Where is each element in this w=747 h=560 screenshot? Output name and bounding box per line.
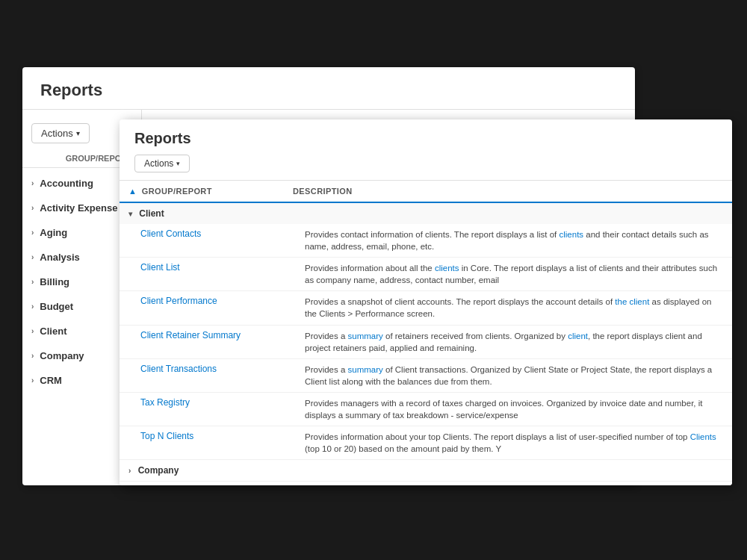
sidebar-item-label: Client (40, 326, 66, 337)
sidebar-item-label: Company (40, 350, 84, 361)
header-row: ▲ GROUP/REPORT DESCRIPTION (120, 181, 732, 202)
report-name[interactable]: Client List (120, 258, 284, 291)
report-name[interactable]: Tax Registry (120, 392, 284, 426)
table-header: ▲ GROUP/REPORT DESCRIPTION (120, 181, 732, 202)
bg-actions-button[interactable]: Actions ▾ (31, 123, 90, 143)
sidebar-item-label: Aging (40, 227, 67, 238)
report-description: Provides contact information of clients.… (284, 224, 732, 258)
group-label: Client (139, 208, 164, 219)
table-row: Client Retainer Summary Provides a summa… (120, 325, 732, 358)
chevron-icon: › (31, 376, 34, 385)
report-name[interactable]: Top N Clients (120, 426, 284, 460)
main-actions-caret-icon: ▾ (176, 160, 180, 167)
sidebar-item-label: Accounting (40, 178, 93, 189)
report-name[interactable]: Client Contacts (120, 224, 284, 258)
main-actions-button[interactable]: Actions ▾ (134, 155, 190, 172)
chevron-icon: › (31, 204, 34, 212)
bg-card-title: Reports (22, 67, 635, 110)
table-row: Client List Provides information about a… (120, 258, 732, 291)
group-row-company[interactable]: › Company (120, 460, 732, 482)
report-description: Provides a summary of Client transaction… (284, 358, 732, 392)
table-row: Client Performance Provides a snapshot o… (120, 291, 732, 325)
main-actions-label: Actions (144, 158, 173, 169)
report-name[interactable]: Client Performance (120, 291, 284, 325)
table-row: Top N Clients Provides information about… (120, 426, 732, 460)
reports-table: ▲ GROUP/REPORT DESCRIPTION ▾ Client (120, 181, 732, 485)
chevron-icon: › (31, 302, 34, 311)
chevron-icon: › (31, 278, 34, 286)
report-name[interactable]: Client Retainer Summary (120, 325, 284, 358)
chevron-icon: › (31, 253, 34, 261)
bg-actions-caret-icon: ▾ (76, 129, 80, 137)
chevron-icon: › (31, 179, 34, 187)
main-card-header: Reports Actions ▾ (120, 119, 732, 181)
chevron-icon: › (31, 352, 34, 360)
table-row: Tax Registry Provides managers with a re… (120, 392, 732, 426)
report-description: Provides managers with a record of taxes… (284, 392, 732, 426)
reports-table-container[interactable]: ▲ GROUP/REPORT DESCRIPTION ▾ Client (120, 181, 732, 485)
group-row-crm[interactable]: › CRM (120, 482, 732, 485)
sort-asc-icon: ▲ (128, 187, 137, 196)
report-description: Provides information about all the clien… (284, 258, 732, 291)
report-description: Provides a snapshot of client accounts. … (284, 291, 732, 325)
chevron-icon: › (31, 327, 34, 335)
table-row: Client Contacts Provides contact informa… (120, 224, 732, 258)
collapse-chevron-icon: ▾ (128, 210, 132, 218)
sidebar-item-label: Budget (40, 301, 73, 312)
sidebar-item-label: Activity Expense Il (40, 202, 125, 214)
report-name[interactable]: Client Transactions (120, 358, 284, 392)
bg-actions-label: Actions (41, 128, 73, 139)
report-description: Provides information about your top Clie… (284, 426, 732, 460)
group-row-client[interactable]: ▾ Client (120, 202, 732, 224)
report-description: Provides a summary of retainers received… (284, 325, 732, 358)
chevron-icon: › (31, 228, 34, 237)
sidebar-item-label: CRM (40, 375, 62, 386)
group-label: Company (138, 465, 179, 476)
expand-chevron-icon: › (128, 467, 131, 475)
sidebar-item-label: Billing (40, 276, 69, 287)
table-row: Client Transactions Provides a summary o… (120, 358, 732, 392)
sidebar-item-label: Analysis (40, 252, 79, 263)
table-body: ▾ Client Client Contacts Provides contac… (120, 202, 732, 485)
col-group-report[interactable]: ▲ GROUP/REPORT (120, 181, 284, 202)
col-description[interactable]: DESCRIPTION (284, 181, 732, 202)
main-card: Reports Actions ▾ ▲ GROUP/REPORT DESCRIP… (120, 119, 732, 485)
main-card-title: Reports (134, 130, 717, 147)
